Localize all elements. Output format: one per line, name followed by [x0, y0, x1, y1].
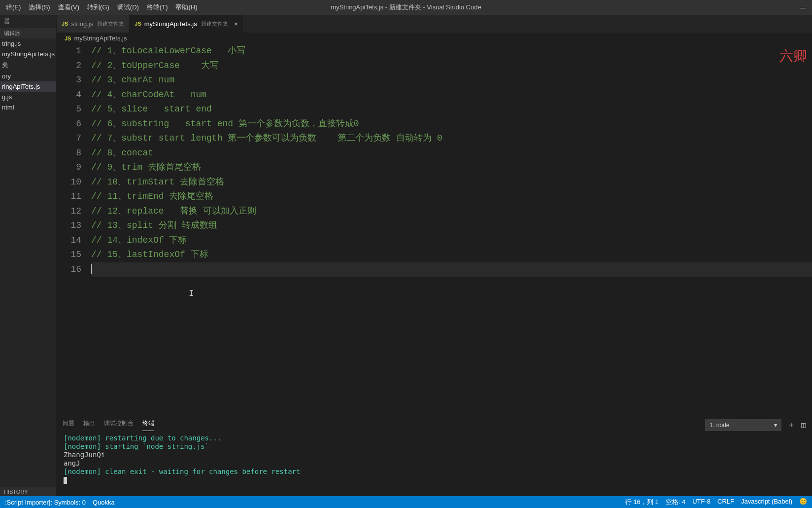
menu-item[interactable]: 辑(E) [2, 3, 25, 12]
sidebar-file[interactable]: ntml [0, 102, 56, 112]
code-line[interactable]: // 11、trimEnd 去除尾空格 [91, 189, 812, 204]
code-line[interactable]: // 15、lastIndexOf 下标 [91, 248, 812, 262]
new-terminal-icon[interactable]: + [788, 420, 794, 431]
menu-item[interactable]: 终端(T) [143, 3, 172, 12]
code-line[interactable]: // 8、concat [91, 146, 812, 161]
status-item[interactable]: Javascript (Babel) [741, 498, 792, 507]
editor-tab[interactable]: JSstring.js新建文件夹 [57, 15, 130, 33]
close-icon[interactable]: × [234, 20, 238, 28]
tab-name: string.js [71, 20, 93, 28]
menu-bar: 辑(E)选择(S)查看(V)转到(G)调试(D)终端(T)帮助(H) [0, 3, 202, 12]
editor-tabs: JSstring.js新建文件夹JSmyStringApiTets.js新建文件… [57, 15, 812, 33]
code-line[interactable] [91, 262, 812, 277]
terminal-line: [nodemon] restarting due to changes... [64, 434, 805, 442]
menu-item[interactable]: 转到(G) [83, 3, 113, 12]
sidebar-section-history: HISTORY [0, 487, 56, 496]
status-item[interactable]: :Script Importer]: Symbols: 0 [5, 499, 86, 506]
panel-tabs: 问题输出调试控制台终端 1: node ▾ + ◫ [57, 415, 812, 431]
code-line[interactable]: // 3、charAt num [91, 73, 812, 88]
terminal-cursor [64, 477, 67, 484]
status-item[interactable]: 空格: 4 [666, 498, 685, 507]
status-item[interactable]: 😊 [799, 498, 807, 507]
terminal-output[interactable]: [nodemon] restarting due to changes...[n… [57, 431, 812, 496]
code-editor[interactable]: 六卿 12345678910111213141516 // 1、toLocale… [57, 44, 812, 415]
title-bar: 辑(E)选择(S)查看(V)转到(G)调试(D)终端(T)帮助(H) myStr… [0, 0, 812, 15]
breadcrumb-file: myStringApiTets.js [74, 35, 127, 42]
sidebar: 器 编辑器 tring.jsmyStringApiTets.js夹oryring… [0, 15, 57, 496]
js-icon: JS [62, 21, 68, 27]
status-bar: :Script Importer]: Symbols: 0Quokka 行 16… [0, 496, 812, 508]
sidebar-file[interactable]: ory [0, 71, 56, 81]
tab-folder: 新建文件夹 [201, 20, 228, 28]
sidebar-section-editors: 编辑器 [0, 28, 56, 38]
bottom-panel: 问题输出调试控制台终端 1: node ▾ + ◫ [nodemon] rest… [57, 415, 812, 496]
menu-item[interactable]: 调试(D) [113, 3, 143, 12]
sidebar-file[interactable]: ringApiTets.js [0, 81, 56, 92]
window-title: myStringApiTets.js - 新建文件夹 - Visual Stud… [331, 3, 481, 12]
menu-item[interactable]: 帮助(H) [171, 3, 201, 12]
code-line[interactable]: // 4、charCodeAt num [91, 88, 812, 103]
menu-item[interactable]: 选择(S) [25, 3, 54, 12]
code-line[interactable]: // 13、split 分割 转成数组 [91, 218, 812, 233]
code-line[interactable]: // 5、slice start end [91, 102, 812, 117]
sidebar-file[interactable]: tring.js [0, 38, 56, 49]
code-line[interactable]: // 7、substr start length 第一个参数可以为负数 第二个为… [91, 131, 812, 146]
sidebar-header: 器 [0, 15, 56, 28]
sidebar-file[interactable]: myStringApiTets.js [0, 49, 56, 59]
code-line[interactable]: // 6、substring start end 第一个参数为负数，直接转成0 [91, 117, 812, 132]
status-left: :Script Importer]: Symbols: 0Quokka [5, 499, 115, 506]
tab-folder: 新建文件夹 [97, 20, 124, 28]
js-icon: JS [65, 36, 71, 41]
status-item[interactable]: CRLF [717, 498, 734, 507]
panel-tab[interactable]: 终端 [142, 419, 154, 431]
text-cursor-icon: I [189, 287, 194, 301]
panel-tab[interactable]: 问题 [63, 419, 74, 431]
js-icon: JS [135, 21, 141, 27]
code-line[interactable]: // 1、toLocaleLowerCase 小写 [91, 44, 812, 59]
status-item[interactable]: 行 16，列 1 [625, 498, 659, 507]
watermark: 六卿 [779, 49, 807, 64]
split-terminal-icon[interactable]: ◫ [801, 422, 806, 429]
terminal-line: [nodemon] clean exit - waiting for chang… [64, 468, 805, 476]
status-item[interactable]: UTF-8 [692, 498, 710, 507]
code-line[interactable]: // 9、trim 去除首尾空格 [91, 160, 812, 175]
sidebar-file-list: tring.jsmyStringApiTets.js夹oryringApiTet… [0, 38, 56, 487]
panel-tab-list: 问题输出调试控制台终端 [63, 419, 154, 431]
tab-name: myStringApiTets.js [144, 20, 197, 28]
panel-tab[interactable]: 调试控制台 [104, 419, 134, 431]
editor-tab[interactable]: JSmyStringApiTets.js新建文件夹× [130, 15, 243, 33]
status-right: 行 16，列 1空格: 4UTF-8CRLFJavascript (Babel)… [625, 498, 807, 507]
terminal-select[interactable]: 1: node ▾ [705, 419, 781, 431]
window-controls[interactable]: — [794, 4, 812, 11]
code-lines[interactable]: // 1、toLocaleLowerCase 小写// 2、toUpperCas… [91, 44, 812, 415]
menu-item[interactable]: 查看(V) [54, 3, 83, 12]
terminal-line: ZhangJunQi [64, 451, 805, 459]
code-line[interactable]: // 10、trimStart 去除首空格 [91, 175, 812, 190]
chevron-down-icon: ▾ [774, 422, 777, 429]
code-line[interactable]: // 12、replace 替换 可以加入正则 [91, 204, 812, 219]
line-gutter: 12345678910111213141516 [57, 44, 91, 415]
code-line[interactable]: // 14、indexOf 下标 [91, 233, 812, 248]
sidebar-file[interactable]: g.js [0, 92, 56, 102]
terminal-line: [nodemon] starting `node string.js` [64, 442, 805, 451]
code-line[interactable]: // 2、toUpperCase 大写 [91, 59, 812, 73]
panel-tab[interactable]: 输出 [83, 419, 95, 431]
minimize-icon[interactable]: — [794, 4, 812, 11]
terminal-line: angJ [64, 459, 805, 468]
status-item[interactable]: Quokka [93, 499, 115, 506]
breadcrumb[interactable]: JS myStringApiTets.js [57, 33, 812, 44]
sidebar-file[interactable]: 夹 [0, 59, 56, 71]
